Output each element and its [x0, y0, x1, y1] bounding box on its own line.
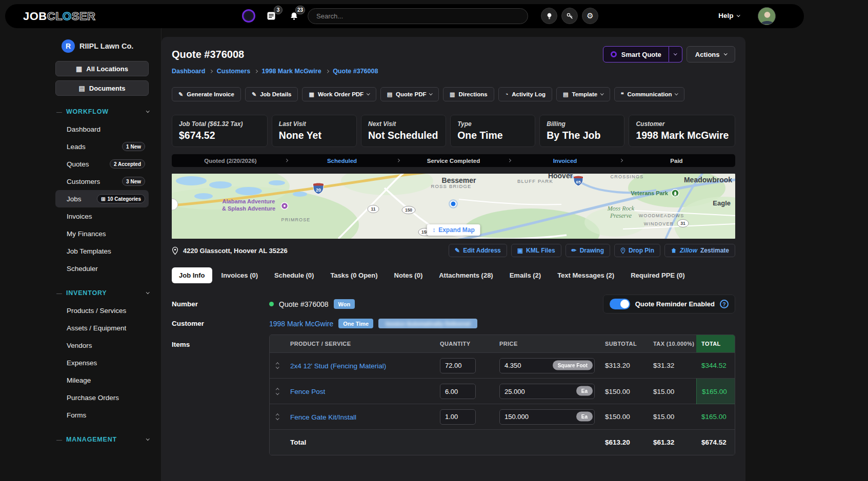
chevron-down-icon: [146, 109, 149, 112]
total-value: $344.52: [696, 362, 735, 369]
actions-button[interactable]: Actions: [687, 46, 735, 62]
user-avatar[interactable]: [758, 7, 776, 25]
product-link[interactable]: 2x4 12' Stud (Fencing Material): [290, 362, 386, 370]
breadcrumb-dashboard[interactable]: Dashboard: [172, 68, 205, 75]
tab-invoices[interactable]: Invoices (0): [214, 267, 266, 283]
quantity-input[interactable]: [440, 409, 476, 425]
status-dot-icon: [269, 302, 274, 306]
customer-link[interactable]: 1998 Mark McGwire: [269, 320, 333, 328]
help-question-icon[interactable]: ?: [720, 300, 729, 308]
svg-text:150: 150: [405, 207, 412, 213]
logo-thin: CL: [47, 10, 63, 23]
product-link[interactable]: Fence Gate Kit/Install: [290, 413, 356, 421]
generate-invoice-button[interactable]: ✎Generate Invoice: [172, 87, 241, 101]
map-label-moss-rock-1: Moss Rock: [607, 205, 635, 212]
blurred-delivery-badge: Invoice Automatically Delivered: [378, 319, 477, 328]
sidebar-item-dashboard[interactable]: Dashboard: [55, 120, 149, 138]
job-location-marker: [451, 201, 456, 207]
app-logo[interactable]: JOBCLOSER: [23, 10, 95, 23]
reorder-handle[interactable]: [270, 363, 285, 368]
breadcrumb-quote[interactable]: Quote #376008: [333, 68, 378, 75]
sidebar-item-vendors[interactable]: Vendors: [55, 337, 149, 354]
search-input[interactable]: [308, 8, 528, 24]
tab-attachments[interactable]: Attachments (28): [432, 267, 500, 283]
chevron-down-icon[interactable]: [276, 365, 279, 368]
sidebar-item-expenses[interactable]: Expenses: [55, 354, 149, 371]
template-button[interactable]: ▤Template: [556, 87, 610, 101]
edit-address-button[interactable]: ✎Edit Address: [449, 244, 507, 257]
quantity-input[interactable]: [440, 358, 476, 373]
total-value: $165.00: [696, 413, 735, 421]
access-button[interactable]: [561, 8, 578, 24]
chevron-down-icon[interactable]: [276, 416, 279, 420]
sidebar-item-job-templates[interactable]: Job Templates: [55, 242, 149, 260]
chevron-right-icon: [254, 70, 257, 73]
sidebar-item-leads[interactable]: Leads1 New: [55, 138, 149, 155]
drop-pin-button[interactable]: Drop Pin: [614, 244, 660, 257]
inventory-section-header[interactable]: — INVENTORY: [56, 289, 149, 297]
expand-map-button[interactable]: ↕Expand Map: [427, 224, 480, 236]
locations-grid-icon: ▦: [76, 65, 82, 73]
sidebar-item-purchase-orders[interactable]: Purchase Orders: [55, 389, 149, 406]
sidebar-item-mileage[interactable]: Mileage: [55, 371, 149, 389]
pin-icon: [620, 247, 625, 254]
top-navigation-bar: JOBCLOSER 3 23 ⚙ Help: [5, 4, 804, 28]
stat-last-visit: Last VisitNone Yet: [272, 115, 357, 147]
sidebar-item-jobs[interactable]: Jobs⊞10 Categories: [55, 190, 149, 207]
sidebar-item-invoices[interactable]: Invoices: [55, 207, 149, 225]
all-locations-button[interactable]: ▦All Locations: [55, 61, 149, 76]
drawing-button[interactable]: ✏Drawing: [566, 244, 610, 257]
sidebar-item-assets-equipment[interactable]: Assets / Equipment: [55, 319, 149, 337]
management-section-header[interactable]: — MANAGEMENT: [56, 436, 149, 443]
quantity-input[interactable]: [440, 384, 476, 399]
task-list-button[interactable]: 3: [263, 7, 280, 25]
idea-button[interactable]: [541, 8, 557, 24]
smart-quote-button[interactable]: Smart Quote: [603, 46, 669, 62]
reorder-handle[interactable]: [270, 414, 285, 420]
record-status-button[interactable]: [240, 7, 257, 25]
documents-button[interactable]: ▤Documents: [55, 80, 149, 96]
quote-pdf-button[interactable]: ▤Quote PDF: [380, 87, 439, 101]
activity-log-button[interactable]: ◔Activity Log: [498, 87, 552, 101]
breadcrumb-customer-name[interactable]: 1998 Mark McGwire: [262, 68, 321, 75]
sidebar-item-products-services[interactable]: Products / Services: [55, 302, 149, 319]
header-product-service: PRODUCT / SERVICE: [285, 341, 435, 347]
chevron-down-icon[interactable]: [276, 391, 279, 394]
tab-schedule[interactable]: Schedule (0): [267, 267, 321, 283]
breadcrumb-customers[interactable]: Customers: [217, 68, 250, 75]
sidebar-item-forms[interactable]: Forms: [55, 406, 149, 424]
kml-files-button[interactable]: ▣KML Files: [511, 244, 561, 257]
utility-buttons: ⚙: [541, 8, 598, 24]
sidebar-item-scheduler[interactable]: Scheduler: [55, 260, 149, 277]
map-pin-icon: [172, 246, 178, 255]
communication-button[interactable]: ❝Communication: [614, 87, 684, 101]
location-map[interactable]: 20 65 11 150: [172, 174, 735, 239]
tab-job-info[interactable]: Job Info: [172, 267, 212, 283]
tab-tasks[interactable]: Tasks (0 Open): [323, 267, 385, 283]
quote-reminder-toggle[interactable]: [610, 299, 630, 309]
reorder-handle[interactable]: [270, 389, 285, 394]
company-switcher[interactable]: R RIIPL Lawn Co.: [62, 39, 149, 53]
notifications-button[interactable]: 23: [285, 7, 302, 25]
tab-text-messages[interactable]: Text Messages (2): [550, 267, 621, 283]
workflow-section-header[interactable]: — WORKFLOW: [56, 108, 149, 115]
work-order-pdf-button[interactable]: ▦Work Order PDF: [302, 87, 376, 101]
help-menu[interactable]: Help: [718, 12, 739, 19]
tab-notes[interactable]: Notes (0): [387, 267, 430, 283]
grid-icon: ▦: [309, 91, 314, 98]
tab-required-ppe[interactable]: Required PPE (0): [623, 267, 692, 283]
zillow-zestimate-button[interactable]: ZillowZestimate: [664, 244, 735, 257]
status-pipeline: Quoted (2/20/2026) Scheduled Service Com…: [172, 154, 735, 167]
sidebar-item-my-finances[interactable]: My Finances: [55, 225, 149, 242]
sidebar-item-customers[interactable]: Customers3 New: [55, 173, 149, 190]
grid-plus-icon: ⊞: [101, 196, 105, 202]
product-link[interactable]: Fence Post: [290, 388, 325, 395]
tab-emails[interactable]: Emails (2): [502, 267, 548, 283]
job-details-button[interactable]: ✎Job Details: [245, 87, 298, 101]
settings-button[interactable]: ⚙: [582, 8, 598, 24]
smart-quote-dropdown-button[interactable]: [669, 46, 682, 62]
sidebar-item-quotes[interactable]: Quotes2 Accepted: [55, 155, 149, 173]
key-icon: [566, 12, 574, 20]
chevron-right-icon: [326, 70, 329, 73]
directions-button[interactable]: ▥Directions: [443, 87, 494, 101]
